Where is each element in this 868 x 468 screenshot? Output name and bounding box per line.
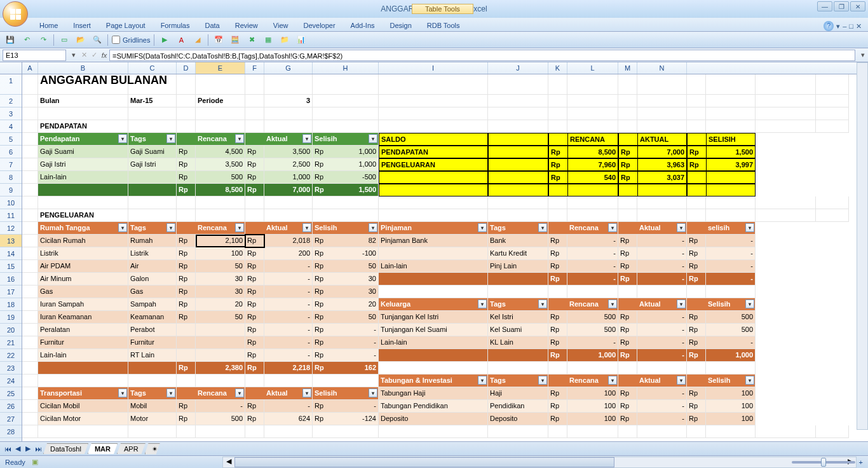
row-header[interactable]: 16 [0, 273, 22, 286]
gridlines-toggle[interactable]: Gridlines [112, 36, 150, 44]
filter-icon[interactable] [302, 134, 311, 143]
row-header[interactable]: 19 [0, 311, 22, 324]
save-icon[interactable]: 💾 [4, 34, 17, 46]
worksheet[interactable]: A B C D E F G H I J K L M N 123456789101… [0, 62, 868, 441]
restore-button[interactable]: ❐ [834, 1, 849, 11]
sheet-icon[interactable]: ▦ [262, 34, 275, 46]
select-all-corner[interactable] [0, 62, 22, 74]
filter-icon[interactable] [369, 134, 377, 143]
row-header[interactable]: 13 [0, 235, 22, 247]
row-header[interactable]: 26 [0, 400, 22, 413]
filter-icon[interactable] [478, 376, 487, 385]
col-header[interactable]: K [548, 62, 567, 74]
namebox-dropdown-icon[interactable]: ▾ [69, 50, 79, 60]
tab-nav-prev-icon[interactable]: ◀ [13, 444, 23, 454]
macro-record-icon[interactable]: ▣ [32, 458, 38, 466]
chart-icon[interactable]: 📊 [295, 34, 308, 46]
filter-icon[interactable] [166, 389, 175, 397]
col-header[interactable]: A [22, 62, 38, 74]
row-header[interactable]: 10 [0, 196, 22, 209]
row-header[interactable]: 9 [0, 184, 22, 196]
row-header[interactable]: 7 [0, 158, 22, 171]
filter-icon[interactable] [166, 223, 175, 232]
filter-icon[interactable] [478, 299, 487, 308]
sheet-tab-new[interactable]: ✴ [145, 443, 160, 455]
row-header[interactable]: 6 [0, 146, 22, 158]
font-color-icon[interactable]: A [175, 34, 187, 46]
cancel-formula-icon[interactable]: ✕ [79, 50, 89, 60]
filter-icon[interactable] [166, 134, 175, 143]
sheet-tab-mar[interactable]: MAR [88, 443, 118, 454]
close-button[interactable]: ✕ [850, 1, 865, 11]
minimize-button[interactable]: — [817, 1, 832, 11]
filter-icon[interactable] [118, 134, 127, 143]
tab-nav-next-icon[interactable]: ▶ [23, 444, 33, 454]
tab-data[interactable]: Data [198, 20, 226, 31]
filter-icon[interactable] [302, 223, 311, 232]
run-macro-icon[interactable]: ▶ [158, 34, 171, 46]
row-header[interactable]: 28 [0, 425, 22, 438]
fill-color-icon[interactable]: ◢ [191, 34, 204, 46]
calendar-icon[interactable]: 📅 [212, 34, 225, 46]
cells-area[interactable]: ANGGARAN BULANANBulanMar-15Periode3PENDA… [22, 74, 868, 441]
sheet-tab-apr[interactable]: APR [117, 443, 146, 454]
tab-home[interactable]: Home [33, 20, 64, 31]
folder-icon[interactable]: 📁 [278, 34, 291, 46]
row-header[interactable]: 27 [0, 413, 22, 425]
window-close-icon[interactable]: ✕ [856, 22, 862, 31]
row-header[interactable]: 15 [0, 260, 22, 273]
col-header[interactable]: J [488, 62, 548, 74]
row-header[interactable]: 2 [0, 95, 22, 107]
col-header[interactable]: L [567, 62, 618, 74]
filter-icon[interactable] [745, 376, 754, 385]
office-button[interactable] [3, 1, 28, 27]
filter-icon[interactable] [538, 223, 547, 232]
filter-icon[interactable] [478, 223, 487, 232]
filter-icon[interactable] [118, 223, 127, 232]
horizontal-scrollbar[interactable]: ◀▶ [222, 457, 857, 468]
filter-icon[interactable] [608, 223, 617, 232]
tab-rdb-tools[interactable]: RDB Tools [421, 20, 466, 31]
row-header[interactable]: 11 [0, 209, 22, 222]
tab-view[interactable]: View [267, 20, 295, 31]
filter-icon[interactable] [608, 299, 617, 308]
row-header[interactable]: 4 [0, 120, 22, 133]
sheet-tab-datatoshl[interactable]: DataToshl [43, 443, 88, 454]
row-header[interactable]: 20 [0, 324, 22, 336]
ribbon-minimize-icon[interactable]: ▾ [836, 22, 840, 31]
row-header[interactable]: 25 [0, 387, 22, 400]
filter-icon[interactable] [608, 376, 617, 385]
tab-formulas[interactable]: Formulas [154, 20, 196, 31]
print-preview-icon[interactable]: 🔍 [91, 34, 104, 46]
tab-insert[interactable]: Insert [67, 20, 97, 31]
filter-icon[interactable] [538, 299, 547, 308]
col-header[interactable]: H [313, 62, 379, 74]
formula-input[interactable]: =SUMIFS(DataToshl!C:C,DataToshl!B:B,[Tag… [109, 50, 855, 61]
row-header[interactable]: 5 [0, 133, 22, 146]
delete-icon[interactable]: ✖ [245, 34, 258, 46]
filter-icon[interactable] [745, 299, 754, 308]
col-header[interactable]: D [177, 62, 196, 74]
new-icon[interactable]: ▭ [58, 34, 71, 46]
open-icon[interactable]: 📂 [74, 34, 87, 46]
filter-icon[interactable] [369, 389, 377, 397]
redo-icon[interactable]: ↷ [37, 34, 50, 46]
filter-icon[interactable] [235, 134, 244, 143]
row-header[interactable]: 23 [0, 362, 22, 375]
col-header[interactable]: E [196, 62, 245, 74]
row-header[interactable]: 21 [0, 336, 22, 349]
row-header[interactable]: 3 [0, 107, 22, 120]
filter-icon[interactable] [677, 376, 686, 385]
col-header[interactable]: I [379, 62, 488, 74]
row-header[interactable]: 22 [0, 349, 22, 362]
filter-icon[interactable] [677, 223, 686, 232]
zoom-in-icon[interactable]: + [859, 458, 863, 466]
calculator-icon[interactable]: 🧮 [229, 34, 241, 46]
row-header[interactable]: 17 [0, 286, 22, 298]
row-header[interactable]: 14 [0, 247, 22, 260]
filter-icon[interactable] [118, 389, 127, 397]
filter-icon[interactable] [369, 223, 377, 232]
filter-icon[interactable] [745, 223, 754, 232]
window-min-icon[interactable]: – [843, 22, 846, 30]
row-header[interactable]: 18 [0, 298, 22, 311]
